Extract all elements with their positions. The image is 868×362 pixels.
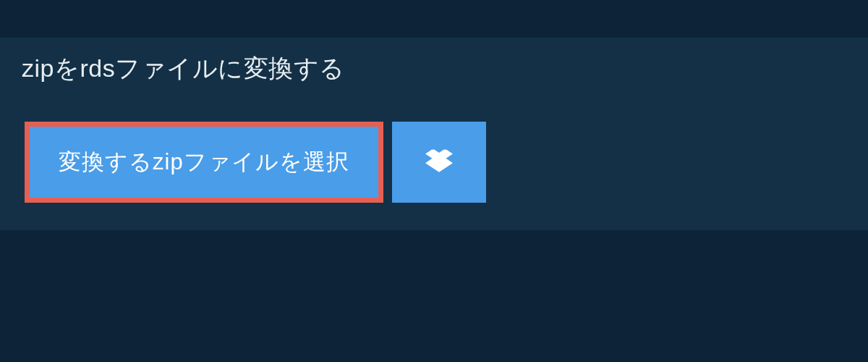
select-file-label: 変換するzipファイルを選択 [59, 147, 349, 177]
page-title: zipをrdsファイルに変換する [22, 52, 345, 85]
dropbox-button[interactable] [392, 122, 486, 203]
button-row: 変換するzipファイルを選択 [0, 100, 868, 230]
dropbox-icon [425, 147, 453, 177]
converter-panel: zipをrdsファイルに変換する 変換するzipファイルを選択 [0, 38, 868, 230]
header: zipをrdsファイルに変換する [0, 38, 367, 100]
select-file-button[interactable]: 変換するzipファイルを選択 [25, 122, 383, 203]
